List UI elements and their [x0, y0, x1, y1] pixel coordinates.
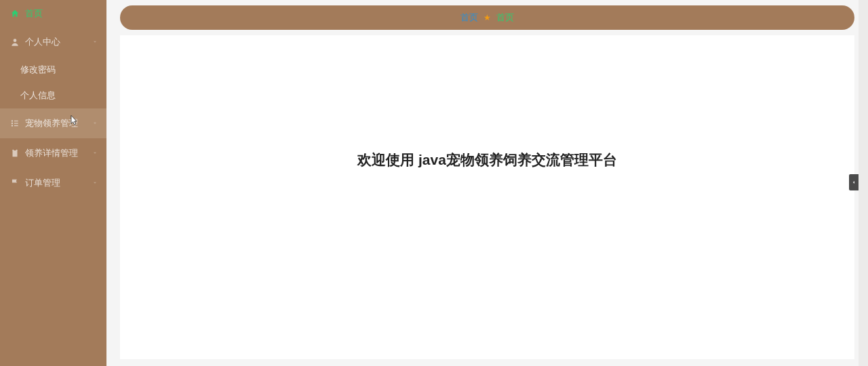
sidebar-item-home[interactable]: 首页 [0, 0, 106, 27]
sidebar-subitem-change-password[interactable]: 修改密码 [0, 57, 106, 83]
breadcrumb-root[interactable]: 首页 [460, 12, 478, 24]
list-icon [10, 119, 20, 128]
sidebar-subitem-label: 个人信息 [20, 89, 56, 102]
content-panel: 欢迎使用 java宠物领养饲养交流管理平台 [120, 35, 854, 359]
chevron-down-icon [92, 37, 98, 47]
flag-icon [10, 178, 20, 188]
sidebar-item-order-mgmt[interactable]: 订单管理 [0, 168, 106, 198]
svg-rect-4 [14, 121, 18, 121]
home-icon [10, 9, 20, 18]
sidebar: 首页 个人中心 修改密码 个人信息 宠物领养管理 领养详情管理 [0, 0, 106, 366]
svg-point-2 [12, 123, 13, 124]
svg-rect-5 [14, 123, 18, 123]
sidebar-item-label: 个人中心 [25, 36, 60, 48]
sidebar-subitem-label: 修改密码 [20, 64, 56, 76]
sidebar-item-label: 首页 [25, 7, 43, 20]
clipboard-icon [10, 148, 20, 158]
svg-point-0 [14, 39, 17, 42]
user-icon [10, 37, 20, 47]
sidebar-item-personal-center[interactable]: 个人中心 [0, 27, 106, 57]
sidebar-item-label: 宠物领养管理 [25, 117, 78, 129]
breadcrumb: 首页 ★ 首页 [120, 5, 854, 30]
chevron-down-icon [92, 119, 98, 129]
chevron-down-icon [92, 178, 98, 188]
welcome-heading: 欢迎使用 java宠物领养饲养交流管理平台 [120, 150, 854, 169]
sidebar-item-adoption-detail-mgmt[interactable]: 领养详情管理 [0, 138, 106, 168]
sidebar-item-pet-adoption-mgmt[interactable]: 宠物领养管理 [0, 108, 106, 138]
sidebar-subitem-personal-info[interactable]: 个人信息 [0, 83, 106, 108]
svg-rect-7 [13, 150, 18, 157]
svg-rect-6 [14, 125, 18, 126]
collapse-toggle[interactable] [849, 174, 859, 190]
svg-rect-8 [14, 149, 16, 150]
vertical-scrollbar[interactable] [859, 0, 868, 366]
sidebar-item-label: 领养详情管理 [25, 147, 78, 159]
svg-point-3 [12, 125, 13, 126]
svg-point-1 [12, 120, 13, 121]
breadcrumb-current: 首页 [496, 12, 514, 24]
star-icon: ★ [484, 13, 491, 22]
main-area: 首页 ★ 首页 欢迎使用 java宠物领养饲养交流管理平台 [106, 0, 868, 366]
sidebar-item-label: 订单管理 [25, 177, 60, 189]
chevron-down-icon [92, 148, 98, 159]
